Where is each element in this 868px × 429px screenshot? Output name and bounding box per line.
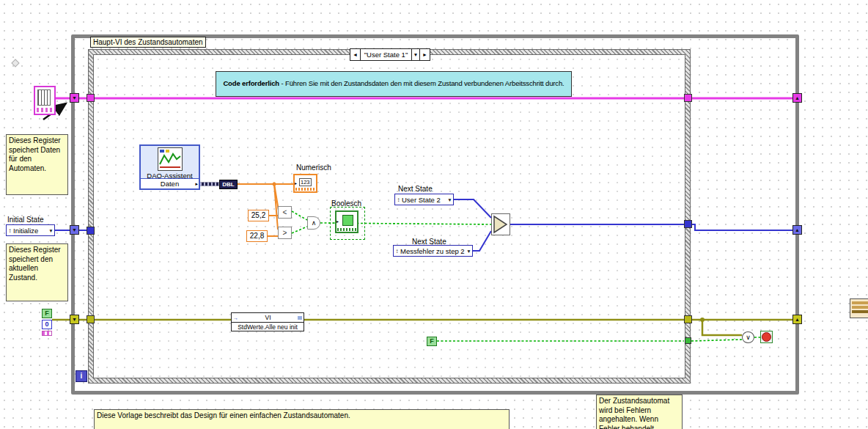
enum-ring-icon: ↕ — [7, 227, 13, 234]
enum-messfehler[interactable]: ↕ Messfehler zu step 2 ▼ — [393, 245, 473, 257]
state-cluster-constant[interactable] — [34, 86, 56, 115]
numeric-digits-glyph: 123 — [299, 178, 312, 186]
less-than-node[interactable]: < — [278, 206, 292, 219]
subvi-connector-glyph: → — [233, 315, 238, 320]
comment-rest-text: - Führen Sie mit den Zustandsdaten den m… — [279, 79, 564, 87]
numeric-indicator-label: Numerisch — [296, 164, 331, 172]
note-template-info: Diese Vorlage beschreibt das Design für … — [94, 409, 510, 429]
enum-ring-icon: ↕ — [394, 248, 400, 254]
labview-block-diagram: Haupt-VI des Zustandsautomaten ◄ "User S… — [0, 0, 868, 429]
daq-output-label: Daten — [161, 180, 179, 188]
tunnel-error-left — [87, 315, 95, 323]
sr-down-icon: ▼ — [72, 227, 77, 232]
subvi-node[interactable]: → VI StdWerte.Alle neu init — [231, 312, 304, 331]
shift-register-right-cluster: ▲ — [792, 93, 802, 103]
daq-icon — [158, 147, 183, 171]
daq-assistant-node[interactable]: DAQ-Assistent Daten ▸ — [139, 144, 200, 190]
iteration-terminal[interactable]: i — [76, 370, 87, 382]
clipped-icon-detail — [852, 306, 868, 309]
dropdown-icon[interactable]: ▼ — [48, 228, 54, 233]
note-error-info: Der Zustandsautomat wird bei Fehlern ang… — [596, 395, 683, 429]
sr-down-icon: ▼ — [72, 95, 77, 100]
next-state-label-top: Next State — [398, 185, 433, 193]
case-content-area — [93, 54, 685, 378]
enum-initialize-value: Initialize — [13, 227, 48, 235]
boolean-indicator-label: Boolesch — [331, 199, 361, 208]
lower-limit-constant[interactable]: 22,8 — [246, 230, 268, 242]
enum-ring-icon: ↕ — [395, 197, 402, 203]
shift-register-left-cluster: ▼ — [70, 93, 79, 103]
subvi-title: VI — [238, 314, 298, 321]
tunnel-boolean-right — [685, 337, 691, 344]
enum-user-state-2-value: User State 2 — [402, 196, 446, 204]
or-node[interactable]: ∨ — [742, 331, 754, 343]
and-node[interactable]: ∧ — [307, 216, 320, 230]
subvi-corner-glyph — [298, 316, 302, 320]
tunnel-cluster-left — [87, 94, 95, 102]
enum-initialize[interactable]: ↕ Initialize ▼ — [6, 224, 55, 236]
shift-register-left-state: ▼ — [70, 225, 79, 235]
greater-than-node[interactable]: > — [278, 227, 292, 239]
sr-down-icon: ▼ — [72, 317, 77, 322]
case-selector: ◄ "User State 1" ▼ ► — [350, 48, 430, 61]
note-register-data: Dieses Register speichert Daten für den … — [6, 134, 68, 195]
cluster-glyph — [37, 89, 51, 106]
clipped-icon-detail — [852, 301, 868, 304]
loop-condition-terminal[interactable] — [760, 331, 773, 343]
clipped-icon — [850, 298, 868, 318]
select-node[interactable] — [491, 213, 510, 235]
boolean-type-strip — [337, 228, 356, 231]
tunnel-cluster-right — [684, 94, 692, 102]
numeric-indicator-terminal[interactable]: ▸ 123 — [293, 174, 317, 193]
tunnel-enum-right — [684, 220, 692, 228]
code-required-comment: Code erforderlich - Führen Sie mit den Z… — [216, 71, 572, 97]
sr-up-icon: ▲ — [795, 227, 800, 232]
boolean-indicator-terminal[interactable]: ▸ — [335, 210, 358, 233]
case-structure — [88, 49, 691, 384]
grid-marker — [11, 59, 19, 67]
dropdown-icon[interactable]: ▼ — [446, 197, 453, 202]
tunnel-error-right — [684, 315, 692, 323]
indicator-in-arrow-icon: ▸ — [295, 180, 297, 186]
enum-messfehler-value: Messfehler zu step 2 — [400, 247, 466, 255]
boolean-led-glyph — [342, 215, 353, 226]
initial-state-label: Initial State — [7, 216, 43, 224]
stop-icon — [762, 332, 771, 342]
clipped-icon-detail — [852, 310, 868, 313]
sr-up-icon: ▲ — [795, 317, 800, 322]
comment-bold-text: Code erforderlich — [223, 79, 279, 87]
error-status-false-constant[interactable]: F — [42, 309, 52, 318]
tunnel-enum-left — [87, 227, 95, 235]
shift-register-right-state: ▲ — [792, 225, 802, 235]
indicator-in-arrow-icon: ▸ — [336, 219, 339, 224]
case-next-button[interactable]: ► — [419, 49, 430, 60]
loop-title-label: Haupt-VI des Zustandsautomaten — [90, 37, 206, 48]
cluster-pink-strip — [37, 108, 53, 112]
sr-up-icon: ▲ — [795, 95, 800, 100]
output-arrow-icon: ▸ — [195, 179, 198, 188]
enum-user-state-2[interactable]: ↕ User State 2 ▼ — [394, 194, 454, 205]
note-register-state: Dieses Register speichert den aktuellen … — [6, 243, 68, 301]
daq-output-row: Daten ▸ — [141, 178, 199, 188]
case-selector-label[interactable]: "User State 1" — [361, 49, 411, 60]
shift-register-right-error: ▲ — [792, 315, 802, 324]
dropdown-icon[interactable]: ▼ — [466, 249, 472, 254]
empty-string-constant[interactable] — [42, 331, 52, 336]
error-code-zero-constant[interactable]: 0 — [42, 320, 52, 329]
dbl-conversion-node[interactable]: DBL — [219, 180, 238, 189]
case-dropdown-icon[interactable]: ▼ — [411, 49, 419, 60]
stop-false-constant[interactable]: F — [427, 337, 437, 346]
shift-register-left-error: ▼ — [70, 315, 79, 324]
numeric-type-strip — [295, 188, 315, 191]
subvi-name: StdWerte.Alle neu init — [232, 323, 304, 331]
case-prev-button[interactable]: ◄ — [350, 49, 361, 60]
upper-limit-constant[interactable]: 25,2 — [248, 210, 269, 221]
